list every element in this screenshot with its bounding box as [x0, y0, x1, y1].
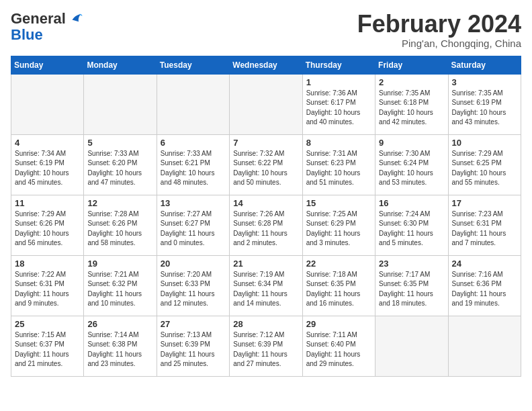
table-cell: 5Sunrise: 7:33 AM Sunset: 6:20 PM Daylig…	[84, 134, 157, 195]
table-cell: 21Sunrise: 7:19 AM Sunset: 6:34 PM Dayli…	[230, 255, 302, 316]
table-cell: 3Sunrise: 7:35 AM Sunset: 6:19 PM Daylig…	[448, 74, 521, 134]
week-row-1: 1Sunrise: 7:36 AM Sunset: 6:17 PM Daylig…	[11, 74, 521, 134]
day-number: 24	[452, 259, 517, 269]
day-info: Sunrise: 7:14 AM Sunset: 6:38 PM Dayligh…	[87, 330, 152, 369]
table-cell: 13Sunrise: 7:27 AM Sunset: 6:27 PM Dayli…	[157, 195, 229, 255]
day-number: 15	[306, 198, 371, 208]
day-info: Sunrise: 7:29 AM Sunset: 6:25 PM Dayligh…	[452, 149, 517, 188]
day-info: Sunrise: 7:18 AM Sunset: 6:35 PM Dayligh…	[306, 270, 371, 309]
logo-text: General Blue	[11, 11, 83, 43]
table-cell: 20Sunrise: 7:20 AM Sunset: 6:33 PM Dayli…	[157, 255, 229, 316]
day-number: 11	[15, 198, 80, 208]
day-info: Sunrise: 7:35 AM Sunset: 6:19 PM Dayligh…	[452, 89, 517, 128]
day-info: Sunrise: 7:32 AM Sunset: 6:22 PM Dayligh…	[233, 149, 298, 188]
day-number: 6	[161, 138, 226, 148]
logo-general: General	[11, 11, 66, 27]
day-number: 8	[306, 138, 371, 148]
weekday-header-sunday: Sunday	[11, 56, 84, 74]
table-cell: 7Sunrise: 7:32 AM Sunset: 6:22 PM Daylig…	[230, 134, 302, 195]
day-number: 22	[306, 259, 371, 269]
day-number: 9	[379, 138, 444, 148]
weekday-header-saturday: Saturday	[448, 56, 521, 74]
day-number: 7	[233, 138, 298, 148]
table-cell: 25Sunrise: 7:15 AM Sunset: 6:37 PM Dayli…	[11, 316, 84, 376]
table-cell	[84, 74, 157, 134]
calendar-table: SundayMondayTuesdayWednesdayThursdayFrid…	[11, 56, 521, 377]
weekday-header-row: SundayMondayTuesdayWednesdayThursdayFrid…	[11, 56, 521, 74]
table-cell: 12Sunrise: 7:28 AM Sunset: 6:26 PM Dayli…	[84, 195, 157, 255]
day-info: Sunrise: 7:24 AM Sunset: 6:30 PM Dayligh…	[379, 210, 444, 248]
table-cell: 1Sunrise: 7:36 AM Sunset: 6:17 PM Daylig…	[302, 74, 375, 134]
table-cell: 15Sunrise: 7:25 AM Sunset: 6:29 PM Dayli…	[302, 195, 375, 255]
logo-blue: Blue	[11, 26, 43, 43]
day-number: 27	[161, 319, 226, 329]
table-cell: 18Sunrise: 7:22 AM Sunset: 6:31 PM Dayli…	[11, 255, 84, 316]
day-number: 12	[87, 198, 152, 208]
day-info: Sunrise: 7:35 AM Sunset: 6:18 PM Dayligh…	[379, 89, 444, 128]
table-cell: 2Sunrise: 7:35 AM Sunset: 6:18 PM Daylig…	[375, 74, 448, 134]
day-info: Sunrise: 7:25 AM Sunset: 6:29 PM Dayligh…	[306, 210, 371, 248]
week-row-3: 11Sunrise: 7:29 AM Sunset: 6:26 PM Dayli…	[11, 195, 521, 255]
day-info: Sunrise: 7:36 AM Sunset: 6:17 PM Dayligh…	[306, 89, 371, 128]
table-cell	[375, 316, 448, 376]
table-cell	[448, 316, 521, 376]
table-cell	[157, 74, 229, 134]
day-info: Sunrise: 7:29 AM Sunset: 6:26 PM Dayligh…	[15, 210, 80, 248]
logo: General Blue	[11, 11, 83, 43]
day-number: 17	[452, 198, 517, 208]
table-cell: 19Sunrise: 7:21 AM Sunset: 6:32 PM Dayli…	[84, 255, 157, 316]
day-info: Sunrise: 7:22 AM Sunset: 6:31 PM Dayligh…	[15, 270, 80, 309]
table-cell: 29Sunrise: 7:11 AM Sunset: 6:40 PM Dayli…	[302, 316, 375, 376]
day-info: Sunrise: 7:11 AM Sunset: 6:40 PM Dayligh…	[306, 330, 371, 369]
day-number: 2	[379, 77, 444, 87]
day-number: 10	[452, 138, 517, 148]
weekday-header-thursday: Thursday	[302, 56, 375, 74]
weekday-header-friday: Friday	[375, 56, 448, 74]
weekday-header-monday: Monday	[84, 56, 157, 74]
day-info: Sunrise: 7:33 AM Sunset: 6:21 PM Dayligh…	[161, 149, 226, 188]
weekday-header-wednesday: Wednesday	[230, 56, 302, 74]
table-cell: 14Sunrise: 7:26 AM Sunset: 6:28 PM Dayli…	[230, 195, 302, 255]
table-cell	[11, 74, 84, 134]
day-number: 20	[161, 259, 226, 269]
table-cell: 24Sunrise: 7:16 AM Sunset: 6:36 PM Dayli…	[448, 255, 521, 316]
page-header: General Blue February 2024 Ping'an, Chon…	[11, 11, 521, 49]
table-cell: 17Sunrise: 7:23 AM Sunset: 6:31 PM Dayli…	[448, 195, 521, 255]
day-number: 3	[452, 77, 517, 87]
location-subtitle: Ping'an, Chongqing, China	[357, 38, 521, 49]
day-number: 18	[15, 259, 80, 269]
day-info: Sunrise: 7:31 AM Sunset: 6:23 PM Dayligh…	[306, 149, 371, 188]
table-cell: 9Sunrise: 7:30 AM Sunset: 6:24 PM Daylig…	[375, 134, 448, 195]
table-cell: 22Sunrise: 7:18 AM Sunset: 6:35 PM Dayli…	[302, 255, 375, 316]
day-info: Sunrise: 7:19 AM Sunset: 6:34 PM Dayligh…	[233, 270, 298, 309]
table-cell: 11Sunrise: 7:29 AM Sunset: 6:26 PM Dayli…	[11, 195, 84, 255]
table-cell: 26Sunrise: 7:14 AM Sunset: 6:38 PM Dayli…	[84, 316, 157, 376]
day-number: 21	[233, 259, 298, 269]
table-cell: 28Sunrise: 7:12 AM Sunset: 6:39 PM Dayli…	[230, 316, 302, 376]
day-number: 14	[233, 198, 298, 208]
day-info: Sunrise: 7:20 AM Sunset: 6:33 PM Dayligh…	[161, 270, 226, 309]
day-number: 29	[306, 319, 371, 329]
week-row-2: 4Sunrise: 7:34 AM Sunset: 6:19 PM Daylig…	[11, 134, 521, 195]
day-number: 26	[87, 319, 152, 329]
week-row-5: 25Sunrise: 7:15 AM Sunset: 6:37 PM Dayli…	[11, 316, 521, 376]
month-title: February 2024	[357, 11, 521, 38]
day-info: Sunrise: 7:17 AM Sunset: 6:35 PM Dayligh…	[379, 270, 444, 309]
day-info: Sunrise: 7:34 AM Sunset: 6:19 PM Dayligh…	[15, 149, 80, 188]
day-number: 28	[233, 319, 298, 329]
day-info: Sunrise: 7:27 AM Sunset: 6:27 PM Dayligh…	[161, 210, 226, 248]
table-cell: 6Sunrise: 7:33 AM Sunset: 6:21 PM Daylig…	[157, 134, 229, 195]
day-info: Sunrise: 7:26 AM Sunset: 6:28 PM Dayligh…	[233, 210, 298, 248]
table-cell: 23Sunrise: 7:17 AM Sunset: 6:35 PM Dayli…	[375, 255, 448, 316]
day-info: Sunrise: 7:12 AM Sunset: 6:39 PM Dayligh…	[233, 330, 298, 369]
day-number: 5	[87, 138, 152, 148]
day-number: 16	[379, 198, 444, 208]
table-cell	[230, 74, 302, 134]
day-info: Sunrise: 7:30 AM Sunset: 6:24 PM Dayligh…	[379, 149, 444, 188]
table-cell: 27Sunrise: 7:13 AM Sunset: 6:39 PM Dayli…	[157, 316, 229, 376]
table-cell: 4Sunrise: 7:34 AM Sunset: 6:19 PM Daylig…	[11, 134, 84, 195]
day-info: Sunrise: 7:16 AM Sunset: 6:36 PM Dayligh…	[452, 270, 517, 309]
day-number: 1	[306, 77, 371, 87]
day-number: 13	[161, 198, 226, 208]
day-info: Sunrise: 7:21 AM Sunset: 6:32 PM Dayligh…	[87, 270, 152, 309]
